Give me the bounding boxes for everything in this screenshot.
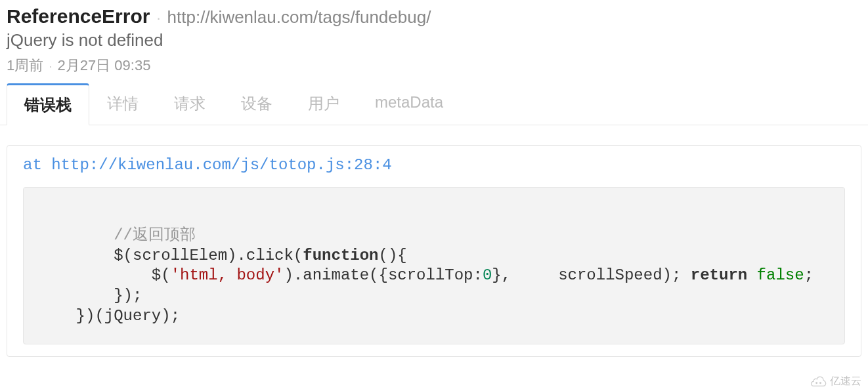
error-stack-panel: at http://kiwenlau.com/js/totop.js:28:4 … xyxy=(7,145,861,357)
error-meta: 1周前 · 2月27日 09:35 xyxy=(7,56,861,75)
error-type: ReferenceError xyxy=(7,5,150,28)
svg-point-0 xyxy=(815,382,817,384)
time-ago: 1周前 xyxy=(7,57,43,73)
svg-point-1 xyxy=(819,382,821,384)
code-string: 'html, body' xyxy=(171,266,284,284)
tab-metadata[interactable]: metaData xyxy=(357,83,461,125)
stack-link-url[interactable]: http://kiwenlau.com/js/totop.js:28:4 xyxy=(51,156,391,174)
error-url: http://kiwenlau.com/tags/fundebug/ xyxy=(167,7,431,28)
code-keyword-function: function xyxy=(303,247,378,264)
code-comment: //返回顶部 xyxy=(114,226,196,244)
timestamp: 2月27日 09:35 xyxy=(58,57,151,73)
code-boolean: false xyxy=(757,266,804,284)
code-pre: //返回顶部 $(scrollElem).click(function(){ $… xyxy=(38,226,830,327)
tab-request[interactable]: 请求 xyxy=(156,83,223,125)
stack-frame-link[interactable]: at http://kiwenlau.com/js/totop.js:28:4 xyxy=(7,146,861,183)
separator-dot: · xyxy=(155,10,162,27)
code-snippet: //返回顶部 $(scrollElem).click(function(){ $… xyxy=(23,187,845,344)
tab-detail[interactable]: 详情 xyxy=(89,83,156,125)
error-message: jQuery is not defined xyxy=(7,30,861,51)
watermark: 亿速云 xyxy=(809,375,861,388)
code-number: 0 xyxy=(483,266,492,284)
watermark-text: 亿速云 xyxy=(830,375,861,388)
tabs-bar: 错误栈 详情 请求 设备 用户 metaData xyxy=(0,83,868,125)
cloud-icon xyxy=(809,376,827,388)
code-keyword-return: return xyxy=(691,266,747,284)
tab-error-stack[interactable]: 错误栈 xyxy=(7,83,89,125)
tab-user[interactable]: 用户 xyxy=(290,83,357,125)
tab-device[interactable]: 设备 xyxy=(223,83,290,125)
stack-link-prefix: at xyxy=(23,156,51,174)
separator-dot: · xyxy=(47,60,53,73)
